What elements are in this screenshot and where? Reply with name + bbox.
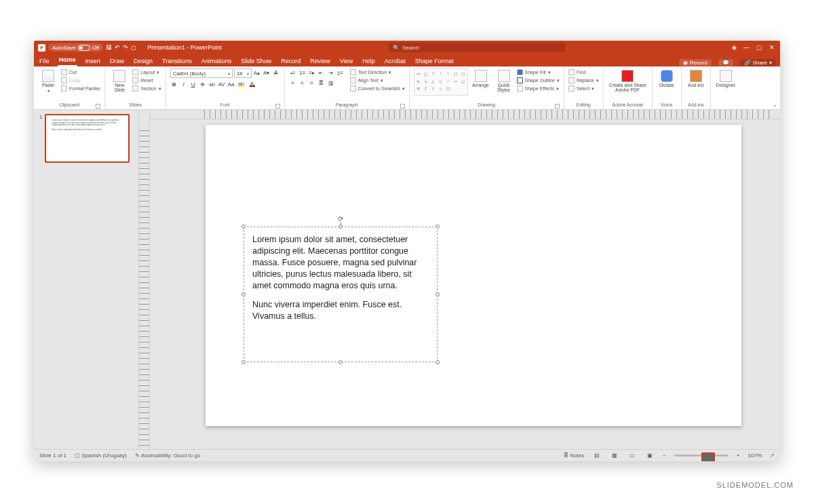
bullets-button[interactable]: •≡ bbox=[289, 69, 297, 77]
tab-review[interactable]: Review bbox=[309, 56, 332, 66]
sorter-view-icon[interactable]: ▦ bbox=[610, 452, 619, 460]
change-case-button[interactable]: Aa bbox=[227, 80, 235, 88]
tab-design[interactable]: Design bbox=[132, 56, 154, 66]
shadow-button[interactable]: ab bbox=[208, 80, 216, 88]
shape-effects-button[interactable]: Shape Effects ▾ bbox=[517, 85, 560, 92]
convert-smartart-button[interactable]: Convert to SmartArt ▾ bbox=[350, 85, 405, 92]
tab-record[interactable]: Record bbox=[279, 56, 302, 66]
resize-handle[interactable] bbox=[338, 225, 343, 229]
reset-button[interactable]: Reset bbox=[132, 77, 161, 84]
list-level-button[interactable]: ≡▸ bbox=[308, 69, 316, 77]
text-direction-button[interactable]: Text Direction ▾ bbox=[350, 69, 405, 76]
align-left-button[interactable]: ≡ bbox=[289, 79, 297, 87]
paste-button[interactable]: Paste ▾ bbox=[38, 69, 58, 94]
underline-button[interactable]: U bbox=[189, 80, 197, 88]
paragraph-2[interactable]: Nunc viverra imperdiet enim. Fusce est. … bbox=[252, 299, 429, 322]
tab-view[interactable]: View bbox=[338, 56, 354, 66]
layout-button[interactable]: Layout ▾ bbox=[132, 69, 161, 76]
zoom-out-icon[interactable]: − bbox=[663, 452, 666, 459]
slide-thumbnail-1[interactable]: Lorem ipsum dolor sit amet consectetuer … bbox=[45, 114, 130, 163]
tab-file[interactable]: File bbox=[38, 56, 51, 66]
bold-button[interactable]: B bbox=[170, 80, 178, 88]
minimize-icon[interactable]: — bbox=[743, 44, 750, 51]
increase-font-icon[interactable]: A▴ bbox=[253, 69, 261, 77]
quick-styles-button[interactable]: Quick Styles bbox=[494, 69, 514, 94]
numbering-button[interactable]: 1≡ bbox=[298, 69, 307, 77]
font-name-combo[interactable]: Calibri (Body)▾ bbox=[170, 69, 233, 78]
normal-view-icon[interactable]: ▤ bbox=[592, 452, 602, 460]
shape-outline-button[interactable]: Shape Outline ▾ bbox=[517, 77, 560, 84]
decrease-font-icon[interactable]: A▾ bbox=[263, 69, 271, 77]
replace-button[interactable]: Replace ▾ bbox=[568, 77, 599, 84]
slide-canvas[interactable]: ⟳ Lorem ipsum dolor sit amet, consectetu… bbox=[206, 125, 741, 426]
designer-button[interactable]: Designer bbox=[715, 69, 737, 89]
start-slideshow-icon[interactable]: ▢ bbox=[131, 45, 136, 51]
paragraph-1[interactable]: Lorem ipsum dolor sit amet, consectetuer… bbox=[252, 234, 429, 291]
font-color-button[interactable]: A bbox=[248, 80, 257, 88]
italic-button[interactable]: I bbox=[180, 80, 188, 88]
increase-indent-button[interactable]: ⇥ bbox=[327, 69, 335, 77]
tab-insert[interactable]: Insert bbox=[84, 56, 102, 66]
clear-format-icon[interactable]: A̶ bbox=[272, 69, 280, 77]
justify-button[interactable]: ≣ bbox=[317, 79, 326, 87]
maximize-icon[interactable]: ▢ bbox=[756, 44, 762, 51]
share-button[interactable]: 🔗 Share ▾ bbox=[740, 59, 776, 66]
thumbnail-pane[interactable]: 1 Lorem ipsum dolor sit amet consectetue… bbox=[34, 110, 139, 449]
tab-home[interactable]: Home bbox=[58, 55, 77, 66]
fit-to-window-icon[interactable]: ⤢ bbox=[770, 452, 775, 459]
line-spacing-button[interactable]: ‡≡ bbox=[336, 69, 345, 77]
arrange-button[interactable]: Arrange bbox=[471, 69, 491, 89]
decrease-indent-button[interactable]: ⇤ bbox=[317, 69, 326, 77]
dialog-launcher-icon[interactable] bbox=[400, 104, 405, 109]
select-button[interactable]: Select ▾ bbox=[568, 85, 599, 92]
char-spacing-button[interactable]: AV bbox=[218, 80, 226, 88]
undo-icon[interactable]: ↶ bbox=[115, 44, 120, 51]
tab-draw[interactable]: Draw bbox=[109, 56, 125, 66]
dialog-launcher-icon[interactable] bbox=[555, 104, 560, 109]
dialog-launcher-icon[interactable] bbox=[96, 104, 100, 109]
zoom-level[interactable]: 107% bbox=[748, 452, 762, 459]
find-button[interactable]: Find bbox=[568, 69, 599, 76]
format-painter-button[interactable]: Format Painter bbox=[61, 85, 100, 92]
reading-view-icon[interactable]: ▭ bbox=[627, 452, 637, 460]
record-button[interactable]: ◉ Record bbox=[679, 59, 712, 66]
zoom-in-icon[interactable]: + bbox=[737, 452, 740, 459]
font-size-combo[interactable]: 18▾ bbox=[234, 69, 252, 78]
close-icon[interactable]: ✕ bbox=[769, 44, 775, 51]
resize-handle[interactable] bbox=[241, 360, 246, 364]
align-text-button[interactable]: Align Text ▾ bbox=[350, 77, 405, 84]
notes-button[interactable]: ≣ Notes bbox=[564, 452, 584, 459]
addins-button[interactable]: Add-ins bbox=[686, 69, 706, 89]
tab-help[interactable]: Help bbox=[361, 56, 376, 66]
resize-handle[interactable] bbox=[241, 225, 246, 229]
copy-button[interactable]: Copy bbox=[61, 77, 100, 84]
collapse-ribbon-icon[interactable]: ⌄ bbox=[773, 102, 777, 108]
align-right-button[interactable]: ≡ bbox=[308, 79, 316, 87]
tab-transitions[interactable]: Transitions bbox=[161, 56, 193, 66]
search-box[interactable]: 🔍 Search bbox=[389, 43, 565, 52]
dictate-button[interactable]: Dictate bbox=[657, 69, 677, 89]
resize-handle[interactable] bbox=[435, 292, 440, 296]
resize-handle[interactable] bbox=[435, 360, 440, 364]
zoom-slider[interactable] bbox=[674, 454, 729, 457]
new-slide-button[interactable]: New Slide bbox=[109, 69, 130, 94]
text-box-content[interactable]: Lorem ipsum dolor sit amet, consectetuer… bbox=[244, 227, 437, 337]
slideshow-view-icon[interactable]: ▣ bbox=[645, 452, 655, 460]
tab-slideshow[interactable]: Slide Show bbox=[239, 56, 273, 66]
strike-button[interactable]: S bbox=[199, 80, 207, 88]
slide-count[interactable]: Slide 1 of 1 bbox=[39, 452, 66, 459]
save-icon[interactable]: 🖫 bbox=[106, 44, 112, 51]
accessibility-status[interactable]: ✎ Accessibility: Good to go bbox=[135, 452, 200, 459]
dialog-launcher-icon[interactable] bbox=[275, 104, 280, 109]
redo-icon[interactable]: ↷ bbox=[123, 44, 128, 51]
columns-button[interactable]: ▥ bbox=[327, 79, 335, 87]
resize-handle[interactable] bbox=[338, 360, 343, 364]
shape-fill-button[interactable]: Shape Fill ▾ bbox=[517, 69, 560, 76]
resize-handle[interactable] bbox=[241, 292, 246, 296]
autosave-toggle[interactable]: AutoSave Off bbox=[48, 43, 103, 52]
highlight-color-button[interactable]: ab bbox=[237, 80, 246, 88]
tab-acrobat[interactable]: Acrobat bbox=[383, 56, 407, 66]
tab-animations[interactable]: Animations bbox=[200, 56, 233, 66]
adobe-pdf-button[interactable]: Create and Share Adobe PDF bbox=[608, 69, 648, 94]
align-center-button[interactable]: ≡ bbox=[298, 79, 307, 87]
